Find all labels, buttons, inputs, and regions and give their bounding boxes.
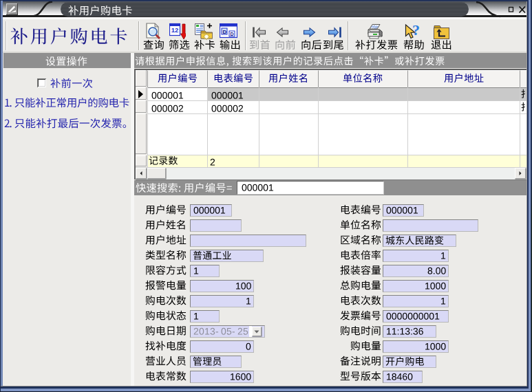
svg-text:12: 12	[171, 26, 179, 34]
svg-text:D: D	[223, 29, 227, 35]
svg-text:D: D	[231, 32, 234, 36]
svg-text:?: ?	[412, 23, 420, 39]
